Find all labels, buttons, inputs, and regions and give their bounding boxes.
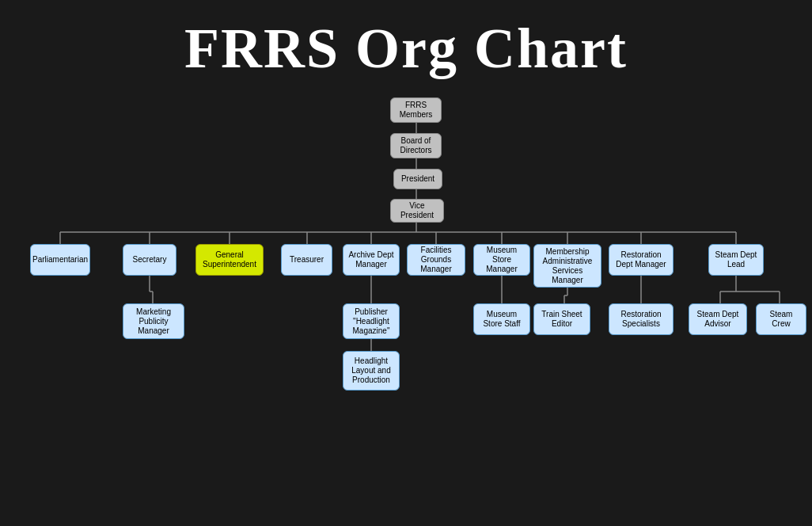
node-treasurer: Treasurer (281, 244, 332, 276)
node-steam-dept-lead: Steam Dept Lead (708, 244, 764, 276)
node-museum-store-mgr: Museum Store Manager (473, 244, 530, 276)
node-parliamentarian: Parliamentarian (30, 244, 90, 276)
node-secretary: Secretary (123, 244, 176, 276)
node-membership: Membership Administrative Services Manag… (533, 244, 601, 288)
node-archive-dept: Archive Dept Manager (343, 244, 400, 276)
node-restoration-spec: Restoration Specialists (609, 303, 674, 335)
node-restoration-dept: Restoration Dept Manager (609, 244, 674, 276)
node-publisher: Publisher "Headlight Magazine" (343, 303, 400, 339)
node-general-superintendent: General Superintendent (195, 244, 264, 276)
node-headlight-layout: Headlight Layout and Production (343, 351, 400, 391)
node-steam-dept-advisor: Steam Dept Advisor (689, 303, 747, 335)
node-marketing: Marketing Publicity Manager (123, 303, 184, 339)
node-frrs-members: FRRS Members (390, 97, 442, 123)
node-facilities: Facilities Grounds Manager (407, 244, 465, 276)
node-vp: Vice President (390, 199, 444, 223)
node-steam-crew: Steam Crew (756, 303, 806, 335)
node-train-sheet: Train Sheet Editor (533, 303, 590, 335)
node-board: Board of Directors (390, 133, 442, 158)
org-chart: FRRS Members Board of Directors Presiden… (0, 90, 812, 478)
title: FRRS Org Chart (0, 0, 812, 90)
node-museum-store-staff: Museum Store Staff (473, 303, 530, 335)
node-president: President (393, 169, 442, 189)
